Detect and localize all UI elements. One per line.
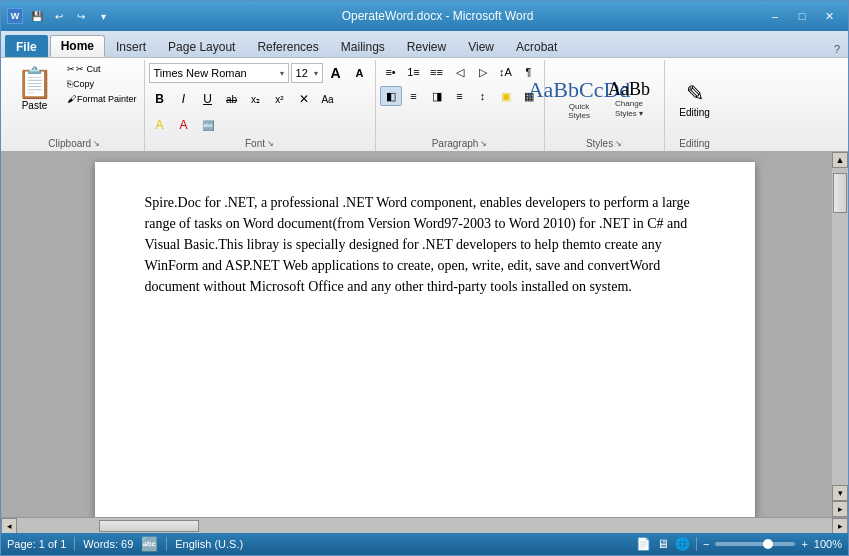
window-title: OperateWord.docx - Microsoft Word: [342, 9, 534, 23]
scroll-up-button[interactable]: ▲: [832, 152, 848, 168]
document-scroll-area[interactable]: Spire.Doc for .NET, a professional .NET …: [1, 152, 848, 517]
language-status[interactable]: English (U.S.): [175, 538, 243, 550]
tab-page-layout[interactable]: Page Layout: [157, 35, 246, 57]
document-paragraph[interactable]: Spire.Doc for .NET, a professional .NET …: [145, 192, 705, 297]
tab-acrobat[interactable]: Acrobat: [505, 35, 568, 57]
document-container: Spire.Doc for .NET, a professional .NET …: [1, 152, 848, 517]
zoom-level[interactable]: 100%: [814, 538, 842, 550]
quick-styles-button[interactable]: AaBbCcDd Quick Styles: [555, 67, 603, 131]
tab-mailings[interactable]: Mailings: [330, 35, 396, 57]
scroll-left-button[interactable]: ◂: [1, 518, 17, 534]
subscript-button[interactable]: x₂: [245, 88, 267, 110]
zoom-thumb[interactable]: [763, 539, 773, 549]
font-size-dropdown[interactable]: 12 ▾: [291, 63, 323, 83]
styles-expand-icon[interactable]: ↘: [615, 139, 622, 148]
grow-font-button[interactable]: A: [325, 62, 347, 84]
minimize-button[interactable]: –: [762, 7, 788, 25]
font-group-content: Times New Roman ▾ 12 ▾ A A B I U: [149, 62, 371, 136]
horizontal-scrollbar[interactable]: ◂ ▸: [1, 517, 848, 533]
underline-button[interactable]: U: [197, 88, 219, 110]
clear-format-button[interactable]: ✕: [293, 88, 315, 110]
cut-icon: ✂: [67, 64, 75, 74]
zoom-out-button[interactable]: −: [703, 538, 709, 550]
status-bar-right: 📄 🖥 🌐 − + 100%: [636, 537, 842, 551]
paste-button[interactable]: 📋 Paste: [9, 62, 60, 114]
italic-button[interactable]: I: [173, 88, 195, 110]
sort-button[interactable]: ↕A: [495, 62, 517, 82]
editing-button[interactable]: ✎ Editing: [672, 76, 717, 123]
status-sep-3: [696, 537, 697, 551]
scroll-track[interactable]: [832, 168, 848, 485]
main-window: W 💾 ↩ ↪ ▾ OperateWord.docx - Microsoft W…: [0, 0, 849, 556]
clipboard-expand-icon[interactable]: ↘: [93, 139, 100, 148]
h-scroll-track[interactable]: [17, 518, 832, 533]
save-qat-button[interactable]: 💾: [27, 6, 47, 26]
font-name-dropdown[interactable]: Times New Roman ▾: [149, 63, 289, 83]
paragraph-expand-icon[interactable]: ↘: [480, 139, 487, 148]
font-extra1-button[interactable]: 🔤: [197, 114, 219, 136]
numbering-button[interactable]: 1≡: [403, 62, 425, 82]
view-fullscreen-button[interactable]: 🖥: [657, 537, 669, 551]
scroll-right-button[interactable]: ▸: [832, 518, 848, 534]
tab-file[interactable]: File: [5, 35, 48, 57]
change-styles-icon: AaBb: [608, 80, 650, 98]
font-row-3: A A 🔤: [149, 114, 371, 136]
justify-button[interactable]: ≡: [449, 86, 471, 106]
vertical-scrollbar[interactable]: ▲ ▾ ▸: [832, 152, 848, 517]
paragraph-group-label: Paragraph ↘: [380, 138, 540, 149]
text-color-button[interactable]: A: [173, 114, 195, 136]
zoom-in-button[interactable]: +: [801, 538, 807, 550]
align-right-button[interactable]: ◨: [426, 86, 448, 106]
bold-button[interactable]: B: [149, 88, 171, 110]
superscript-button[interactable]: x²: [269, 88, 291, 110]
tab-home[interactable]: Home: [50, 35, 105, 57]
undo-qat-button[interactable]: ↩: [49, 6, 69, 26]
scroll-thumb[interactable]: [833, 173, 847, 213]
change-styles-button[interactable]: AaBb Change Styles ▾: [605, 67, 653, 131]
line-spacing-button[interactable]: ↕: [472, 86, 494, 106]
font-expand-icon[interactable]: ↘: [267, 139, 274, 148]
editing-group-label: Editing: [669, 138, 721, 149]
maximize-button[interactable]: □: [789, 7, 815, 25]
format-painter-icon: 🖌: [67, 94, 76, 104]
document-content[interactable]: Spire.Doc for .NET, a professional .NET …: [145, 192, 705, 297]
cut-button[interactable]: ✂ ✂ Cut: [64, 62, 140, 76]
shrink-font-button[interactable]: A: [349, 62, 371, 84]
copy-button[interactable]: ⎘ Copy: [64, 77, 140, 91]
tab-view[interactable]: View: [457, 35, 505, 57]
close-button[interactable]: ✕: [816, 7, 842, 25]
align-center-button[interactable]: ≡: [403, 86, 425, 106]
redo-qat-button[interactable]: ↪: [71, 6, 91, 26]
zoom-slider[interactable]: [715, 542, 795, 546]
change-case-button[interactable]: Aa: [317, 88, 339, 110]
ribbon-help-button[interactable]: ?: [830, 41, 844, 57]
text-highlight-button[interactable]: A: [149, 114, 171, 136]
window-controls: – □ ✕: [762, 7, 842, 25]
paragraph-group: ≡• 1≡ ≡≡ ◁ ▷ ↕A ¶ ◧ ≡ ◨ ≡ ↕ ▣: [376, 60, 545, 151]
styles-group-label: Styles ↘: [549, 138, 660, 149]
document-page[interactable]: Spire.Doc for .NET, a professional .NET …: [95, 162, 755, 517]
next-page-button[interactable]: ▸: [832, 501, 848, 517]
status-bar: Page: 1 of 1 Words: 69 🔤 English (U.S.) …: [1, 533, 848, 555]
paste-label: Paste: [22, 100, 48, 111]
qat-dropdown-button[interactable]: ▾: [93, 6, 113, 26]
word-icon: W: [7, 8, 23, 24]
increase-indent-button[interactable]: ▷: [472, 62, 494, 82]
tab-insert[interactable]: Insert: [105, 35, 157, 57]
spell-check-icon[interactable]: 🔤: [141, 536, 158, 552]
bullets-button[interactable]: ≡•: [380, 62, 402, 82]
tab-references[interactable]: References: [246, 35, 329, 57]
h-scroll-thumb[interactable]: [99, 520, 199, 532]
decrease-indent-button[interactable]: ◁: [449, 62, 471, 82]
font-group-label: Font ↘: [149, 138, 371, 149]
strikethrough-button[interactable]: ab: [221, 88, 243, 110]
view-web-button[interactable]: 🌐: [675, 537, 690, 551]
multilevel-button[interactable]: ≡≡: [426, 62, 448, 82]
align-left-button[interactable]: ◧: [380, 86, 402, 106]
shading-button[interactable]: ▣: [495, 86, 517, 106]
view-normal-button[interactable]: 📄: [636, 537, 651, 551]
scroll-down-button[interactable]: ▾: [832, 485, 848, 501]
styles-group: AaBbCcDd Quick Styles AaBb Change Styles…: [545, 60, 665, 151]
format-painter-button[interactable]: 🖌 Format Painter: [64, 92, 140, 106]
tab-review[interactable]: Review: [396, 35, 457, 57]
